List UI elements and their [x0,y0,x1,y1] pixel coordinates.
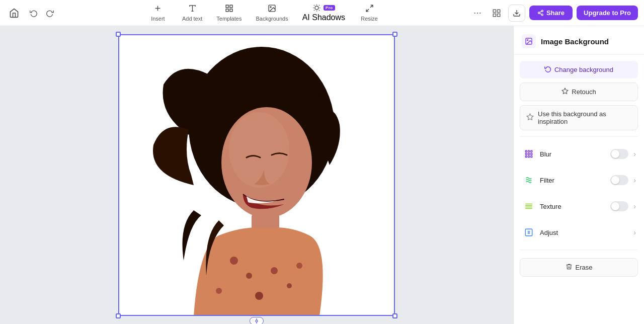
svg-rect-7 [226,9,228,12]
templates-tool[interactable]: Templates [210,2,248,24]
toolbar: Insert Add text Templates [0,0,644,26]
toolbar-right: Share Upgrade to Pro [470,5,638,22]
retouch-button[interactable]: Retouch [520,83,638,101]
inspiration-label: Use this background as inspiration [538,110,631,125]
panel-header: Image Background [514,26,644,55]
change-background-icon [544,65,551,74]
ai-shadows-icon-row: Pro [312,4,335,12]
erase-label: Erase [576,264,593,271]
add-text-tool[interactable]: Add text [176,2,208,24]
pro-badge: Pro [324,5,335,11]
ai-shadows-label: AI Shadows [302,13,345,22]
svg-rect-49 [525,156,527,157]
svg-line-11 [370,5,372,8]
svg-line-24 [540,13,542,14]
redo-button[interactable] [42,6,57,21]
share-label: Share [546,9,565,17]
handle-bottom-left[interactable] [116,313,121,318]
svg-point-37 [296,263,302,269]
upgrade-button[interactable]: Upgrade to Pro [577,6,638,20]
svg-line-12 [366,9,369,12]
backgrounds-tool[interactable]: Backgrounds [250,2,294,24]
upgrade-label: Upgrade to Pro [584,9,631,17]
filter-row[interactable]: Filter › [520,169,638,191]
canvas-area [0,26,513,324]
svg-rect-17 [497,10,500,12]
svg-point-9 [270,7,271,8]
svg-point-10 [315,6,318,10]
adjust-label: Adjust [540,229,633,236]
svg-rect-43 [525,150,527,152]
texture-row[interactable]: Texture › [520,195,638,217]
handle-top-left[interactable] [116,32,121,37]
svg-point-15 [479,12,480,13]
panel-header-icon [522,34,536,48]
inspiration-button[interactable]: Use this background as inspiration [520,105,638,130]
home-button[interactable] [6,5,22,21]
change-background-button[interactable]: Change background [520,61,638,78]
svg-point-22 [538,12,540,14]
erase-button[interactable]: Erase [520,258,638,277]
person-image [118,34,395,316]
handle-bottom-right[interactable] [392,313,397,318]
bottom-center-handle[interactable] [250,317,264,324]
texture-label: Texture [540,203,610,210]
panel-body: Change background Retouch Use this [514,55,644,283]
insert-tool[interactable]: Insert [142,2,174,24]
erase-icon [566,263,573,272]
texture-icon [522,199,536,213]
filter-toggle[interactable] [610,175,628,185]
texture-toggle[interactable] [610,201,628,211]
svg-rect-45 [531,150,532,152]
insert-icon [153,4,162,15]
svg-point-21 [541,10,543,12]
adjust-row[interactable]: Adjust › [520,221,638,244]
backgrounds-icon [268,4,276,15]
svg-point-42 [527,40,528,41]
blur-toggle[interactable] [610,149,628,159]
svg-point-36 [255,292,263,300]
blur-icon [522,147,536,161]
svg-rect-44 [528,150,530,152]
panel-title: Image Background [541,37,609,46]
blur-label: Blur [540,150,610,158]
handle-top-right[interactable] [392,32,397,37]
svg-rect-6 [230,9,232,12]
section-divider-1 [520,136,638,137]
more-options-button[interactable] [470,6,485,21]
svg-point-13 [474,12,475,13]
layout-button[interactable] [489,6,504,21]
adjust-chevron: › [633,228,636,236]
canvas-frame[interactable] [118,34,395,316]
adjust-icon [522,225,536,239]
canvas-container [118,34,395,316]
svg-point-38 [256,320,258,322]
svg-point-14 [477,12,478,13]
ai-shadows-tool[interactable]: Pro AI Shadows [296,2,351,24]
backgrounds-label: Backgrounds [256,16,288,22]
svg-line-25 [540,12,542,13]
blur-row[interactable]: Blur › [520,143,638,165]
filter-icon [522,173,536,187]
download-button[interactable] [508,5,525,22]
svg-rect-46 [525,153,527,155]
undo-button[interactable] [26,6,41,21]
svg-rect-47 [528,153,530,155]
svg-rect-5 [230,5,232,8]
resize-tool[interactable]: Resize [353,2,385,24]
svg-rect-18 [497,14,500,16]
main-area: Image Background Change background [0,26,644,324]
filter-chevron: › [633,176,636,184]
resize-icon [365,4,374,15]
share-button[interactable]: Share [529,6,573,20]
svg-rect-48 [531,153,532,155]
svg-point-34 [287,283,292,288]
add-text-label: Add text [182,16,202,22]
svg-rect-16 [493,10,496,12]
filter-label: Filter [540,177,610,184]
svg-rect-19 [493,14,496,16]
section-divider-2 [520,250,638,250]
svg-rect-51 [531,156,532,157]
svg-point-32 [246,273,252,279]
blur-chevron: › [633,150,636,158]
